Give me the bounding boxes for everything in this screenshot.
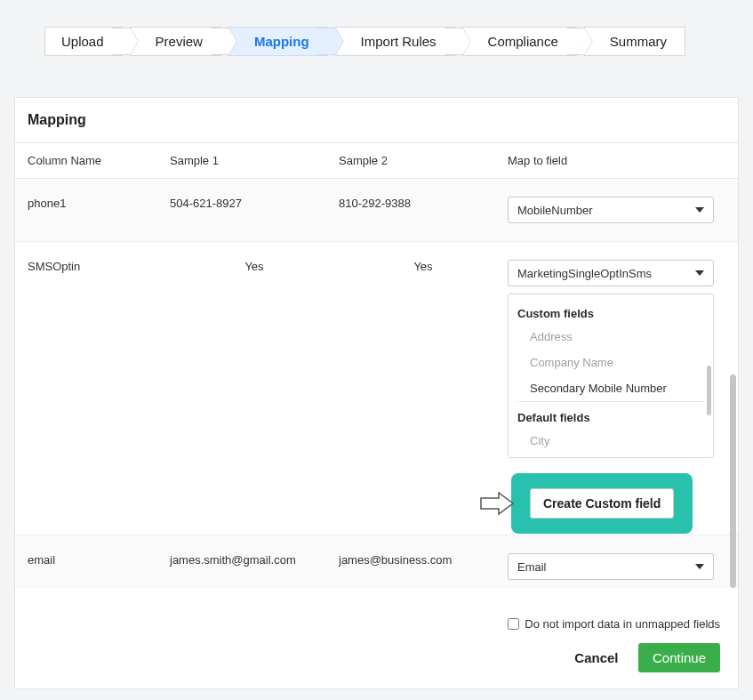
unmapped-checkbox[interactable] <box>508 618 519 630</box>
table-header-row: Column Name Sample 1 Sample 2 Map to fie… <box>15 143 738 179</box>
cancel-button[interactable]: Cancel <box>558 643 634 672</box>
cell-column-name: email <box>28 553 170 567</box>
panel-footer: Do not import data in unmapped fields Ca… <box>15 607 738 688</box>
continue-button[interactable]: Continue <box>638 643 720 672</box>
select-value: Email <box>517 560 547 574</box>
step-import-rules[interactable]: Import Rules <box>335 27 455 56</box>
cell-sample2: 810-292-9388 <box>339 197 508 210</box>
dropdown-scroll-thumb[interactable] <box>707 366 711 415</box>
svg-marker-0 <box>481 493 513 514</box>
cell-column-name: phone1 <box>28 197 170 210</box>
header-sample2: Sample 2 <box>339 154 508 167</box>
step-upload[interactable]: Upload <box>44 27 123 56</box>
field-dropdown: Custom fields Address Company Name Secon… <box>508 294 714 458</box>
dropdown-item-secondary-mobile[interactable]: Secondary Mobile Number <box>517 375 704 402</box>
map-field-select[interactable]: Email <box>508 553 714 580</box>
cell-sample2: Yes <box>339 260 508 273</box>
wizard-steps: Upload Preview Mapping Import Rules Comp… <box>0 0 753 70</box>
cell-column-name: SMSOptin <box>28 260 170 273</box>
select-value: MobileNumber <box>517 204 593 217</box>
map-field-select[interactable]: MobileNumber <box>508 197 714 223</box>
header-sample1: Sample 1 <box>170 154 339 167</box>
dropdown-group-custom: Custom fields <box>517 302 704 324</box>
unmapped-checkbox-row[interactable]: Do not import data in unmapped fields <box>33 617 720 631</box>
dropdown-group-default: Default fields <box>517 406 704 428</box>
header-map-to-field: Map to field <box>508 154 725 167</box>
panel-scroll-thumb[interactable] <box>730 374 736 588</box>
map-field-select[interactable]: MarketingSingleOptInSms <box>508 260 714 286</box>
table-row: email james.smith@gmail.com james@busine… <box>15 535 738 588</box>
chevron-down-icon <box>695 564 704 569</box>
step-compliance[interactable]: Compliance <box>462 27 577 56</box>
panel-title: Mapping <box>15 98 738 143</box>
step-preview[interactable]: Preview <box>130 27 221 56</box>
mapping-panel: Mapping Column Name Sample 1 Sample 2 Ma… <box>14 97 739 689</box>
cell-sample2: james@business.com <box>339 553 508 567</box>
unmapped-checkbox-label: Do not import data in unmapped fields <box>525 617 720 631</box>
chevron-down-icon <box>695 270 704 276</box>
arrow-right-icon <box>479 491 515 516</box>
step-summary[interactable]: Summary <box>584 27 685 56</box>
cell-sample1: Yes <box>170 260 339 273</box>
cell-sample1: 504-621-8927 <box>170 197 339 210</box>
highlight-create-custom-field: Create Custom field <box>511 473 693 534</box>
dropdown-item-company-name[interactable]: Company Name <box>517 350 704 375</box>
dropdown-item-city[interactable]: City <box>517 428 704 454</box>
dropdown-item-address[interactable]: Address <box>517 324 704 350</box>
create-custom-field-button[interactable]: Create Custom field <box>530 488 674 519</box>
chevron-down-icon <box>695 207 704 213</box>
table-row: phone1 504-621-8927 810-292-9388 MobileN… <box>15 179 738 242</box>
header-column-name: Column Name <box>28 154 170 167</box>
select-value: MarketingSingleOptInSms <box>517 267 652 280</box>
step-mapping[interactable]: Mapping <box>228 27 328 56</box>
cell-sample1: james.smith@gmail.com <box>170 553 339 567</box>
